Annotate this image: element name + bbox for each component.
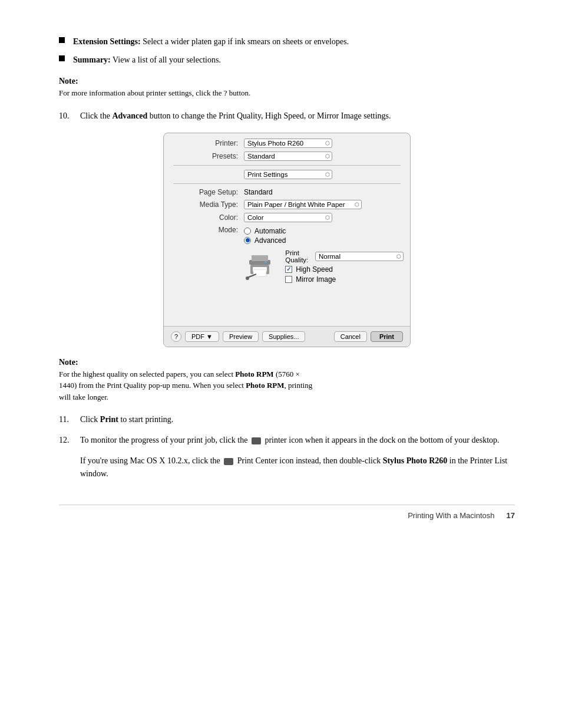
media-type-label: Media Type:: [173, 200, 238, 209]
printer-illustration: [244, 249, 276, 285]
dialog-toolbar: ? PDF ▼ Preview Supplies... Cancel Print: [164, 326, 410, 347]
high-speed-label: High Speed: [296, 265, 333, 274]
step-10-body: Click the Advanced button to change the …: [80, 110, 515, 122]
step-12-sub: If you're using Mac OS X 10.2.x, click t…: [80, 454, 515, 481]
svg-point-4: [265, 261, 267, 263]
step-10-bold: Advanced: [112, 111, 147, 120]
printer-value-wrap: Stylus Photo R260 ⬡: [244, 139, 401, 148]
mode-advanced-radio[interactable]: [244, 237, 251, 244]
step-11-text: Click: [80, 415, 100, 424]
step-10-text2: button to change the Print Quality, High…: [147, 111, 391, 120]
svg-rect-1: [252, 255, 268, 261]
media-type-value-wrap: Plain Paper / Bright White Paper ⬡: [244, 200, 401, 209]
bullet-list: Extension Settings: Select a wider plate…: [59, 35, 515, 66]
print-quality-select-row: Print Quality: Normal ⬡: [285, 249, 404, 263]
mode-options: Automatic Advanced: [244, 226, 286, 246]
printer-row: Printer: Stylus Photo R260 ⬡: [164, 137, 410, 150]
note-block-1: Note: For more information about printer…: [59, 77, 515, 99]
printer-select[interactable]: Stylus Photo R260 ⬡: [244, 139, 332, 148]
color-label: Color:: [173, 213, 238, 222]
printer-select-wrap[interactable]: Stylus Photo R260 ⬡: [244, 139, 332, 148]
media-type-select-value: Plain Paper / Bright White Paper: [247, 201, 345, 208]
summary-label: Summary:: [73, 55, 111, 64]
printer-arrow-icon: ⬡: [325, 140, 330, 146]
media-type-select[interactable]: Plain Paper / Bright White Paper ⬡: [244, 200, 362, 209]
note2-bold2: Photo RPM: [246, 381, 284, 390]
print-quality-arrow-icon: ⬡: [396, 253, 401, 259]
bullet-square-icon-2: [59, 55, 65, 61]
note-block-2: Note: For the highest quality on selecte…: [59, 358, 515, 403]
step-12-text2: printer icon when it appears in the dock…: [265, 436, 499, 444]
step-11: 11. Click Print to start printing.: [59, 413, 515, 426]
page-footer: Printing With a Macintosh 17: [59, 505, 515, 520]
footer-page: 17: [507, 511, 515, 520]
page-setup-row: Page Setup: Standard: [164, 186, 410, 198]
color-arrow-icon: ⬡: [325, 215, 330, 220]
presets-select-value: Standard: [247, 153, 275, 160]
settings-row: Print Settings ⬡: [164, 168, 410, 181]
step-12-body: To monitor the progress of your print jo…: [80, 434, 515, 446]
note-body-1: For more information about printer setti…: [59, 87, 515, 99]
print-quality-area: Print Quality: Normal ⬡ High Speed: [164, 248, 410, 287]
svg-point-7: [246, 276, 249, 280]
step-11-body: Click Print to start printing.: [80, 413, 515, 426]
mode-advanced-option[interactable]: Advanced: [244, 236, 286, 245]
print-quality-controls: Print Quality: Normal ⬡ High Speed: [285, 249, 404, 285]
mirror-image-row[interactable]: Mirror Image: [285, 275, 404, 284]
media-type-row: Media Type: Plain Paper / Bright White P…: [164, 198, 410, 211]
page-setup-label: Page Setup:: [173, 188, 238, 196]
dialog-rows: Printer: Stylus Photo R260 ⬡ Presets: St…: [164, 133, 410, 326]
separator-1: [173, 165, 401, 166]
high-speed-row[interactable]: High Speed: [285, 265, 404, 274]
step12-sub-bold: Stylus Photo R260: [383, 456, 448, 465]
settings-value-wrap: Print Settings ⬡: [244, 170, 401, 179]
pdf-button[interactable]: PDF ▼: [185, 331, 219, 342]
note2-line2: (5760 ×: [274, 370, 300, 378]
svg-rect-5: [253, 269, 266, 276]
print-quality-field-label: Print Quality:: [285, 249, 312, 263]
note-title-2: Note:: [59, 358, 515, 367]
note2-line1: For the highest quality on selected pape…: [59, 370, 235, 378]
preview-button[interactable]: Preview: [223, 331, 259, 342]
presets-arrow-icon: ⬡: [325, 153, 330, 159]
note-body-2: For the highest quality on selected pape…: [59, 368, 515, 403]
summary-text: View a list of all your selections.: [111, 55, 221, 64]
cancel-button[interactable]: Cancel: [334, 331, 367, 342]
extension-label: Extension Settings:: [73, 37, 141, 46]
printer-select-value: Stylus Photo R260: [247, 140, 303, 147]
footer-section: Printing With a Macintosh: [408, 511, 494, 520]
high-speed-checkbox[interactable]: [285, 266, 292, 273]
media-type-arrow-icon: ⬡: [355, 202, 359, 207]
step12-sub-text: If you're using Mac OS X 10.2.x, click t…: [80, 456, 220, 465]
step-10-text: Click the: [80, 111, 112, 120]
dialog-empty-area: [164, 287, 410, 322]
note2-bold1: Photo RPM: [235, 370, 273, 378]
mode-automatic-label: Automatic: [254, 227, 286, 235]
step-11-bold: Print: [100, 415, 118, 424]
color-select[interactable]: Color ⬡: [244, 213, 332, 222]
print-dialog: Printer: Stylus Photo R260 ⬡ Presets: St…: [163, 133, 411, 347]
note2-line3: 1440) from the Print Quality pop-up menu…: [59, 381, 246, 390]
settings-select[interactable]: Print Settings ⬡: [244, 170, 332, 179]
step-11-number: 11.: [59, 413, 75, 426]
mode-label: Mode:: [173, 226, 238, 234]
presets-label: Presets:: [173, 152, 238, 160]
page-setup-value: Standard: [244, 188, 273, 196]
printer-svg-icon: [244, 252, 275, 282]
presets-select[interactable]: Standard ⬡: [244, 151, 332, 161]
mode-advanced-label: Advanced: [254, 236, 286, 245]
print-button[interactable]: Print: [371, 331, 403, 342]
settings-select-value: Print Settings: [247, 171, 287, 178]
note2-line5: will take longer.: [59, 393, 108, 401]
color-row: Color: Color ⬡: [164, 211, 410, 224]
step-12-number: 12.: [59, 434, 75, 446]
printer-dock-icon: [252, 437, 261, 444]
bullet-item-extension: Extension Settings: Select a wider plate…: [59, 35, 515, 48]
mode-automatic-radio[interactable]: [244, 228, 251, 235]
help-button[interactable]: ?: [171, 331, 181, 342]
supplies-button[interactable]: Supplies...: [262, 331, 305, 342]
mode-row: Mode: Automatic Advanced: [164, 224, 410, 248]
print-quality-select[interactable]: Normal ⬡: [315, 252, 404, 261]
mirror-image-checkbox[interactable]: [285, 276, 292, 283]
mode-automatic-option[interactable]: Automatic: [244, 227, 286, 235]
